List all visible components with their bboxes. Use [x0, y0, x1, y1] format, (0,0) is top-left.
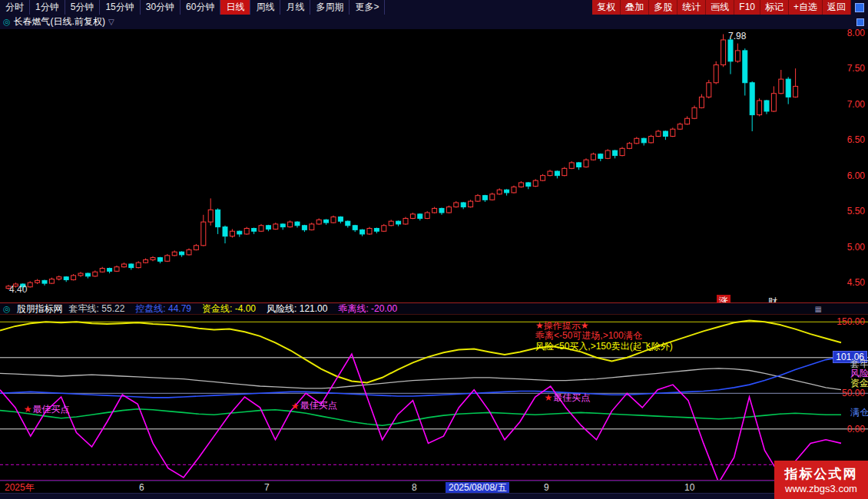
- indicator-axis-label: 150.00: [837, 316, 865, 327]
- bottom-toolbar-partial: [0, 493, 868, 499]
- period-item[interactable]: 更多>: [350, 0, 385, 15]
- candlestick-chart[interactable]: 8.007.507.006.506.005.505.004.50 7.98 4.…: [0, 29, 868, 302]
- buy-point-label: 最佳买点: [32, 403, 69, 416]
- zhang-badge: 涨: [717, 295, 731, 302]
- symbol-dropdown-icon[interactable]: ▽: [108, 18, 114, 26]
- toolbar-item[interactable]: 复权: [592, 0, 621, 15]
- indicator-value: 风险线: 121.00: [267, 302, 327, 316]
- tool-menu-items: 复权叠加多股统计画线F10标记+自选返回: [592, 0, 851, 15]
- line-name-label: 满仓: [850, 406, 868, 419]
- indicator-panel[interactable]: 101.06 150.0050.000.00套牢风险资金满仓★操作提示★乖离<-…: [0, 315, 868, 481]
- watermark-title: 指标公式网: [774, 465, 868, 483]
- toolbar-item[interactable]: 多股: [649, 0, 678, 15]
- buy-point-label: 最佳买点: [553, 392, 590, 405]
- period-item[interactable]: 分时: [0, 0, 30, 15]
- toolbar-item[interactable]: 画线: [706, 0, 734, 15]
- month-tick: 6: [139, 482, 144, 493]
- buy-point-label: 最佳买点: [300, 399, 337, 412]
- watermark: 指标公式网 www.zbgs3.com: [774, 461, 868, 499]
- indicator-header: ◎ 股朋指标网 套牢线: 55.22控盘线: 44.79资金线: -4.00风险…: [0, 303, 868, 315]
- month-tick: 10: [684, 482, 694, 493]
- toolbar-item[interactable]: 统计: [678, 0, 706, 15]
- symbol-title: 长春燃气(日线.前复权): [14, 15, 105, 28]
- toolbar-item[interactable]: 标记: [760, 0, 789, 15]
- panel-window-icon[interactable]: [856, 18, 864, 26]
- price-axis-label: 5.50: [847, 206, 865, 216]
- indicator-canvas: [0, 315, 868, 481]
- period-item[interactable]: 日线: [220, 0, 250, 15]
- month-tick: 8: [412, 482, 417, 493]
- year-label: 2025年: [5, 482, 35, 493]
- peak-price-label: 7.98: [728, 31, 746, 41]
- period-item[interactable]: 周线: [250, 0, 280, 15]
- indicator-section: ◎ 股朋指标网 套牢线: 55.22控盘线: 44.79资金线: -4.00风险…: [0, 302, 868, 481]
- period-item[interactable]: 月线: [280, 0, 310, 15]
- price-axis-label: 4.50: [847, 277, 865, 288]
- price-axis-label: 6.00: [847, 170, 865, 181]
- indicator-value: 套牢线: 55.22: [69, 302, 125, 316]
- cai-badge: 财: [768, 296, 777, 302]
- tool-menu: 复权叠加多股统计画线F10标记+自选返回: [592, 0, 868, 15]
- symbol-bar: ◎ 长春燃气(日线.前复权) ▽: [0, 15, 868, 29]
- buy-point-marker: ★最佳买点: [291, 399, 337, 412]
- date-axis: 2025年 6 7 8 2025/08/08/五 9 10: [0, 481, 868, 493]
- period-item[interactable]: 30分钟: [141, 0, 181, 15]
- indicator-source: 股朋指标网: [17, 302, 63, 316]
- indicator-value: 乖离线: -20.00: [338, 302, 397, 316]
- buy-point-marker: ★最佳买点: [24, 403, 70, 416]
- period-item[interactable]: 5分钟: [65, 0, 101, 15]
- price-axis-label: 8.00: [847, 29, 865, 38]
- indicator-value: 控盘线: 44.79: [135, 302, 191, 316]
- star-icon: ★: [24, 404, 32, 415]
- line-name-label: 资金: [850, 377, 868, 390]
- toolbar-item[interactable]: 叠加: [621, 0, 649, 15]
- candles-canvas: [0, 29, 868, 302]
- price-axis-label: 7.50: [847, 63, 865, 74]
- toolbar-item[interactable]: F10: [734, 0, 760, 15]
- period-menu: 分时1分钟5分钟15分钟30分钟60分钟日线周线月线多周期更多>: [0, 0, 385, 15]
- price-axis-label: 6.50: [847, 134, 865, 145]
- month-tick: 7: [264, 482, 270, 493]
- indicator-source-icon: ◎: [3, 304, 11, 314]
- period-item[interactable]: 15分钟: [100, 0, 140, 15]
- toolbar-item[interactable]: +自选: [789, 0, 823, 15]
- price-axis-label: 7.00: [847, 99, 865, 110]
- selected-date[interactable]: 2025/08/08/五: [446, 482, 509, 493]
- stock-icon: ◎: [3, 17, 11, 27]
- period-item[interactable]: 1分钟: [30, 0, 65, 15]
- top-menubar: 分时1分钟5分钟15分钟30分钟60分钟日线周线月线多周期更多> 复权叠加多股统…: [0, 0, 868, 15]
- toolbar-item[interactable]: 返回: [823, 0, 851, 15]
- buy-point-marker: ★最佳买点: [544, 392, 590, 405]
- indicator-axis-label: 0.00: [847, 424, 865, 435]
- indicator-values: 套牢线: 55.22控盘线: 44.79资金线: -4.00风险线: 121.0…: [69, 302, 398, 316]
- window-icon[interactable]: [855, 3, 864, 12]
- price-axis-label: 5.00: [847, 242, 865, 253]
- watermark-url: www.zbgs3.com: [774, 483, 868, 494]
- period-item[interactable]: 多周期: [310, 0, 350, 15]
- indicator-note: 风险<50买入,>150卖出(起飞除外): [535, 340, 673, 353]
- start-price-label: 4.40: [9, 284, 27, 295]
- star-icon: ★: [544, 392, 552, 403]
- period-item[interactable]: 60分钟: [181, 0, 220, 15]
- panel-settings-icon[interactable]: ▦: [815, 305, 822, 313]
- star-icon: ★: [291, 401, 300, 411]
- month-tick: 9: [544, 482, 549, 493]
- indicator-value: 资金线: -4.00: [202, 302, 256, 316]
